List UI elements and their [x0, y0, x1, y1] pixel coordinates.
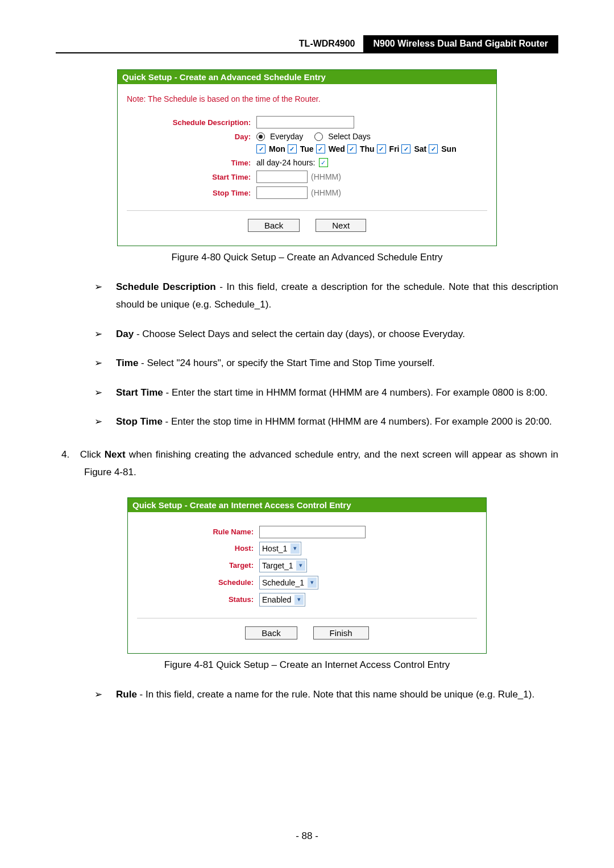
access-control-field-list: ➢Rule - In this field, create a name for… — [94, 680, 558, 709]
checkbox-tue[interactable]: ✓ — [288, 144, 297, 153]
document-header: TL-WDR4900 N900 Wireless Dual Band Gigab… — [56, 35, 558, 53]
back-button-2[interactable]: Back — [245, 626, 297, 639]
page-number: - 88 - — [0, 830, 614, 842]
label-status: Status: — [137, 595, 259, 604]
rule-name-input[interactable] — [259, 526, 366, 538]
bullet-arrow-icon: ➢ — [94, 384, 102, 401]
label-day: Day: — [127, 132, 256, 141]
chevron-down-icon: ▾ — [291, 543, 300, 554]
checkbox-sat[interactable]: ✓ — [401, 144, 410, 153]
figure-4-80-panel: Quick Setup - Create an Advanced Schedul… — [117, 69, 497, 246]
figure-4-80-caption: Figure 4-80 Quick Setup – Create an Adva… — [56, 252, 558, 263]
start-time-hint: (HHMM) — [311, 172, 341, 181]
label-start-time: Start Time: — [127, 173, 256, 181]
stop-time-input[interactable] — [256, 186, 308, 199]
chevron-down-icon: ▾ — [294, 595, 304, 605]
checkbox-mon[interactable]: ✓ — [256, 144, 265, 153]
start-time-input[interactable] — [256, 171, 308, 183]
checkbox-thu[interactable]: ✓ — [347, 144, 356, 153]
radio-everyday-label: Everyday — [270, 132, 303, 141]
radio-select-days-label: Select Days — [328, 132, 371, 141]
checkbox-all-day[interactable]: ✓ — [319, 158, 328, 167]
checkbox-sun[interactable]: ✓ — [429, 144, 438, 153]
schedule-note: Note: The Schedule is based on the time … — [127, 94, 487, 103]
bullet-arrow-icon: ➢ — [94, 325, 102, 343]
stop-time-hint: (HHMM) — [311, 188, 341, 197]
label-rule-name: Rule Name: — [137, 528, 259, 536]
checkbox-fri[interactable]: ✓ — [377, 144, 386, 153]
bullet-arrow-icon: ➢ — [94, 686, 102, 703]
label-time: Time: — [127, 159, 256, 167]
back-button[interactable]: Back — [248, 219, 300, 232]
bullet-arrow-icon: ➢ — [94, 278, 102, 296]
bullet-arrow-icon: ➢ — [94, 354, 102, 372]
all-day-label: all day-24 hours: — [256, 158, 316, 167]
schedule-description-input[interactable] — [256, 116, 354, 128]
target-select[interactable]: Target_1▾ — [259, 559, 307, 572]
radio-everyday[interactable] — [256, 132, 265, 141]
figure-4-81-title: Quick Setup - Create an Internet Access … — [128, 498, 486, 512]
label-host: Host: — [137, 544, 259, 553]
figure-4-81-panel: Quick Setup - Create an Internet Access … — [127, 497, 487, 654]
bullet-arrow-icon: ➢ — [94, 413, 102, 430]
days-checkbox-row: ✓Mon ✓Tue ✓Wed ✓Thu ✓Fri ✓Sat ✓Sun — [256, 144, 487, 153]
radio-select-days[interactable] — [314, 132, 323, 141]
schedule-field-list: ➢Schedule Description - In this field, c… — [94, 272, 558, 437]
chevron-down-icon: ▾ — [308, 578, 317, 588]
product-title: N900 Wireless Dual Band Gigabit Router — [363, 35, 558, 52]
step-4-text: 4. Click Next when finishing creating th… — [56, 446, 558, 481]
label-schedule-description: Schedule Description: — [127, 118, 256, 127]
label-target: Target: — [137, 561, 259, 570]
host-select[interactable]: Host_1▾ — [259, 542, 301, 555]
next-button[interactable]: Next — [316, 219, 366, 232]
product-model: TL-WDR4900 — [291, 35, 363, 52]
label-stop-time: Stop Time: — [127, 189, 256, 197]
finish-button[interactable]: Finish — [313, 626, 369, 639]
checkbox-wed[interactable]: ✓ — [316, 144, 325, 153]
schedule-select[interactable]: Schedule_1▾ — [259, 576, 318, 589]
chevron-down-icon: ▾ — [296, 560, 305, 571]
status-select[interactable]: Enabled▾ — [259, 593, 305, 607]
label-schedule: Schedule: — [137, 578, 259, 587]
figure-4-81-caption: Figure 4-81 Quick Setup – Create an Inte… — [56, 659, 558, 671]
figure-4-80-title: Quick Setup - Create an Advanced Schedul… — [118, 70, 496, 84]
